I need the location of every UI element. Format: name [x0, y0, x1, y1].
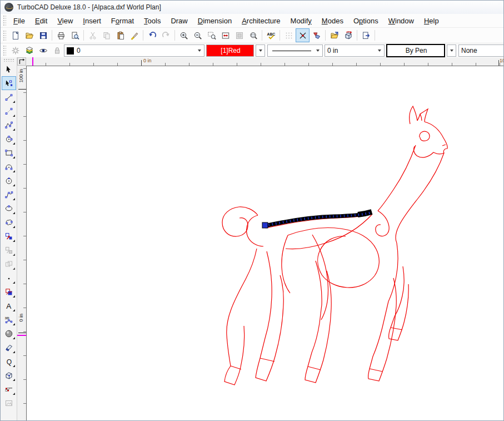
paste-icon[interactable]	[113, 28, 127, 42]
extrude-tool	[4, 343, 13, 352]
menu-help[interactable]: Help	[419, 15, 444, 27]
new-view-icon[interactable]	[359, 28, 373, 42]
zoom-in-icon[interactable]	[177, 28, 191, 42]
ruler-major-tick	[141, 60, 142, 66]
group-tool[interactable]	[2, 257, 16, 271]
pen-pattern-combo[interactable]: By Pen	[386, 44, 445, 57]
copy-icon[interactable]	[99, 28, 113, 42]
query-tool: Q	[4, 357, 13, 366]
menu-insert[interactable]: Insert	[78, 15, 106, 27]
menu-drag-handle[interactable]	[3, 15, 6, 26]
visibility-eye-icon[interactable]	[36, 44, 50, 58]
circle-center-radius-tool[interactable]	[2, 132, 16, 146]
snap-aperture-icon[interactable]	[310, 28, 323, 42]
selection-grip[interactable]	[262, 222, 268, 228]
redo-icon	[162, 31, 171, 40]
new-view-icon	[362, 31, 371, 40]
no-snap-icon[interactable]	[296, 28, 310, 42]
polyline-3d-tool[interactable]: 3D	[2, 313, 16, 326]
property-drag-handle[interactable]	[3, 45, 6, 56]
line-style-combo[interactable]	[267, 44, 323, 57]
box-3d-tool[interactable]	[2, 368, 16, 382]
pen-color-combo[interactable]: [1]Red	[206, 44, 254, 57]
spell-check-icon[interactable]: ABC	[264, 28, 278, 42]
layer-value: 0	[77, 47, 81, 55]
cut-icon[interactable]	[86, 28, 99, 42]
select-tool[interactable]	[2, 62, 16, 76]
insert-block-tool[interactable]	[2, 229, 16, 243]
format-painter-icon[interactable]	[127, 28, 141, 42]
menu-file[interactable]: File	[8, 15, 30, 27]
toolbar-separator	[174, 30, 175, 41]
selected-entity[interactable]	[265, 212, 372, 226]
arc-tool[interactable]	[2, 160, 16, 174]
insert-image-tool[interactable]	[2, 396, 16, 410]
undo-icon[interactable]	[145, 28, 159, 42]
menu-modify[interactable]: Modify	[286, 15, 317, 27]
edit-block-tool[interactable]	[2, 243, 16, 257]
pen-pattern-dropdown-button[interactable]	[447, 44, 456, 57]
hatch-tool[interactable]	[2, 285, 16, 299]
print-icon	[57, 31, 66, 40]
menu-modes[interactable]: Modes	[317, 15, 348, 27]
circle-center-radius-tool	[4, 135, 13, 143]
construction-line-tool[interactable]	[2, 104, 16, 118]
menu-format[interactable]: Format	[106, 15, 139, 27]
circle-tool[interactable]	[2, 174, 16, 187]
edit-node-tool[interactable]	[2, 76, 16, 90]
menu-edit[interactable]: Edit	[30, 15, 52, 27]
open-file-icon[interactable]	[22, 28, 36, 42]
ellipse-tool[interactable]	[2, 201, 16, 215]
text-tool: A	[4, 301, 13, 310]
rectangle-tool[interactable]	[2, 146, 16, 160]
redo-icon[interactable]	[159, 28, 173, 42]
query-tool[interactable]: Q	[2, 354, 16, 368]
zoom-extents-icon[interactable]	[218, 28, 232, 42]
vertical-ruler[interactable]: 100 in0 in	[17, 66, 26, 420]
new-file-icon[interactable]	[8, 28, 22, 42]
line-width-combo[interactable]: 0 in	[325, 44, 385, 57]
toolbar-separator	[280, 30, 280, 41]
lock-icon[interactable]	[50, 44, 64, 58]
menu-options[interactable]: Options	[348, 15, 383, 27]
snap-grid-icon[interactable]	[282, 28, 296, 42]
point-tool[interactable]	[2, 271, 16, 285]
window-title: TurboCAD Deluxe 18.0 - [Alpaca.dxf World…	[17, 3, 161, 11]
fill-pattern-combo[interactable]: None	[458, 44, 504, 57]
zoom-out-icon[interactable]	[191, 28, 204, 42]
toolbar-drag-handle[interactable]	[3, 30, 6, 41]
ruler-origin-button[interactable]	[17, 57, 26, 66]
zoom-window-icon[interactable]	[204, 28, 218, 42]
layers-icon	[25, 46, 34, 55]
revision-cloud-tool[interactable]	[2, 215, 16, 229]
toolbar-separator	[375, 30, 375, 41]
drawing-canvas[interactable]	[26, 66, 503, 420]
menu-architecture[interactable]: Architecture	[237, 15, 285, 27]
menu-view[interactable]: View	[52, 15, 78, 27]
dimension-tool[interactable]	[2, 382, 16, 396]
previous-view-icon[interactable]	[232, 28, 246, 42]
menu-tools[interactable]: Tools	[139, 15, 166, 27]
polyline-tool[interactable]	[2, 118, 16, 132]
sphere-tool[interactable]	[2, 326, 16, 340]
pen-color-dropdown-button[interactable]	[256, 44, 265, 57]
menu-draw[interactable]: Draw	[166, 15, 192, 27]
save-file-icon[interactable]	[36, 28, 50, 42]
text-tool[interactable]: A	[2, 299, 16, 313]
open-workspace-icon[interactable]	[327, 28, 341, 42]
spline-tool[interactable]	[2, 187, 16, 201]
layer-combo[interactable]: 0	[64, 44, 204, 57]
layers-icon[interactable]	[22, 44, 36, 58]
menu-dimension[interactable]: Dimension	[193, 15, 237, 27]
horizontal-ruler[interactable]: 0 in10	[26, 57, 503, 66]
line-tool[interactable]	[2, 90, 16, 104]
camera-view-icon[interactable]	[341, 28, 355, 42]
zoom-selection-icon[interactable]	[246, 28, 260, 42]
palette-drag-handle[interactable]	[3, 58, 14, 62]
title-bar[interactable]: TurboCAD Deluxe 18.0 - [Alpaca.dxf World…	[1, 1, 503, 14]
print-preview-icon[interactable]	[68, 28, 82, 42]
settings-gear-icon[interactable]	[8, 44, 22, 58]
extrude-tool[interactable]	[2, 340, 16, 354]
print-icon[interactable]	[54, 28, 68, 42]
menu-window[interactable]: Window	[383, 15, 419, 27]
